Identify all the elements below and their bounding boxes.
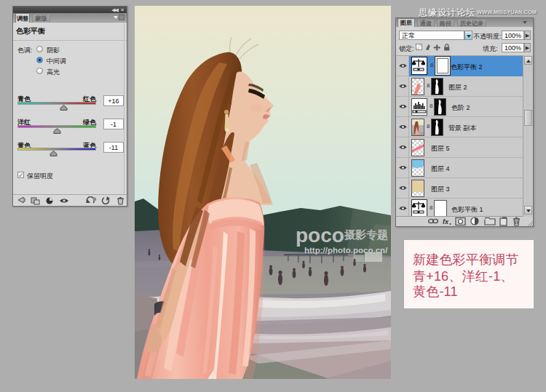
svg-text:http://photo.poco.cn/: http://photo.poco.cn/ — [304, 246, 388, 255]
svg-text:fx: fx — [443, 218, 449, 225]
svg-text:摄影专题: 摄影专题 — [344, 228, 388, 241]
svg-text:poco: poco — [296, 224, 344, 247]
